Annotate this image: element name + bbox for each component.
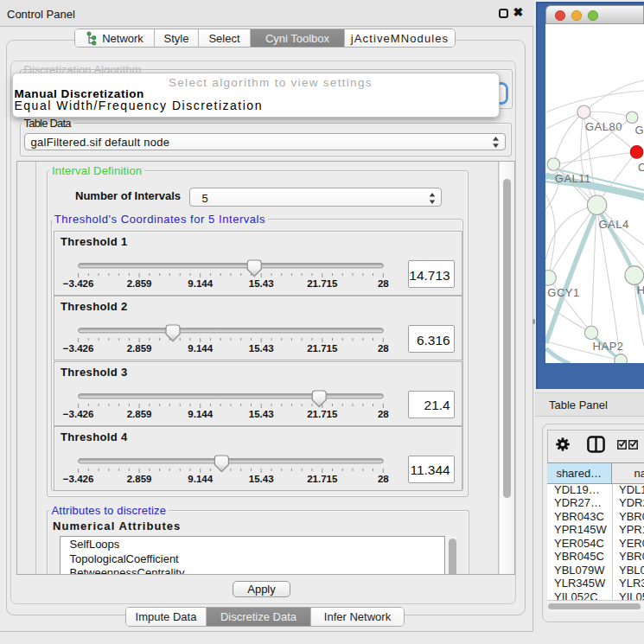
svg-text:GCY1: GCY1 <box>547 286 579 299</box>
svg-text:HAP2: HAP2 <box>593 340 624 353</box>
svg-text:GAL4: GAL4 <box>598 218 628 231</box>
svg-text:C: C <box>638 161 644 174</box>
svg-text:GAL80: GAL80 <box>585 120 622 133</box>
svg-text:H: H <box>637 284 644 296</box>
svg-text:GAL11: GAL11 <box>555 172 591 185</box>
svg-text:GA: GA <box>634 124 644 137</box>
